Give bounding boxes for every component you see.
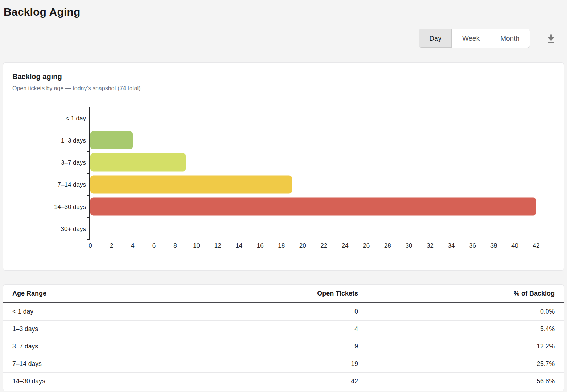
age-range-cell: 7–14 days (3, 355, 227, 373)
pct-backlog-cell: 12.2% (358, 338, 564, 355)
x-tick-label: 34 (448, 242, 455, 249)
column-header-open-tickets: Open Tickets (227, 285, 358, 303)
age-range-cell: 14–30 days (3, 373, 227, 390)
chart-subtitle: Open tickets by age — today's snapshot (… (12, 84, 555, 92)
download-button[interactable] (545, 32, 558, 45)
table-card: Age Range Open Tickets % of Backlog < 1 … (3, 284, 564, 391)
download-icon (546, 33, 556, 44)
bar-7-14-days (90, 176, 292, 194)
table-row: 7–14 days1925.7% (3, 355, 564, 373)
x-tick-label: 32 (427, 242, 434, 249)
x-tick-label: 12 (214, 242, 221, 249)
x-tick-label: 6 (152, 242, 156, 249)
x-tick-label: 22 (320, 242, 327, 249)
x-tick-label: 8 (173, 242, 177, 249)
toolbar: DayWeekMonth (3, 29, 564, 48)
open-tickets-cell: 0 (227, 303, 358, 321)
x-tick-label: 24 (342, 242, 349, 249)
chart-title: Backlog aging (12, 71, 555, 82)
x-tick-label: 28 (384, 242, 391, 249)
x-tick-label: 0 (89, 242, 92, 249)
table-row: 14–30 days4256.8% (3, 373, 564, 390)
x-tick-label: 42 (533, 242, 540, 249)
bar-14-30-days (90, 198, 536, 216)
page: Backlog Aging DayWeekMonth Backlog aging… (0, 6, 567, 391)
category-label: 7–14 days (58, 181, 86, 188)
pct-backlog-cell: 56.8% (358, 373, 564, 390)
column-header-pct-backlog: % of Backlog (358, 285, 564, 303)
open-tickets-cell: 19 (227, 355, 358, 373)
x-tick-label: 36 (469, 242, 476, 249)
pct-backlog-cell: 0.0% (358, 303, 564, 321)
period-option-month[interactable]: Month (490, 29, 530, 48)
open-tickets-cell: 9 (227, 338, 358, 355)
chart-card: Backlog aging Open tickets by age — toda… (3, 62, 564, 271)
x-tick-label: 20 (299, 242, 306, 249)
category-label: < 1 day (66, 115, 86, 122)
bar-3-7-days (90, 153, 186, 172)
page-title: Backlog Aging (4, 6, 564, 18)
age-range-cell: < 1 day (3, 303, 227, 321)
x-tick-label: 16 (257, 242, 264, 249)
period-toggle-group: DayWeekMonth (419, 29, 530, 48)
category-label: 3–7 days (61, 159, 86, 166)
table-row: 3–7 days912.2% (3, 338, 564, 355)
chart-area: < 1 day1–3 days3–7 days7–14 days14–30 da… (12, 103, 555, 257)
x-tick-label: 10 (193, 242, 200, 249)
open-tickets-cell: 42 (227, 373, 358, 390)
table-row: 1–3 days45.4% (3, 321, 564, 338)
x-tick-label: 4 (131, 242, 134, 249)
category-label: 1–3 days (61, 137, 86, 144)
table-header-row: Age Range Open Tickets % of Backlog (3, 285, 564, 303)
pct-backlog-cell: 5.4% (358, 321, 564, 338)
backlog-aging-bar-chart: < 1 day1–3 days3–7 days7–14 days14–30 da… (12, 103, 555, 256)
period-option-day[interactable]: Day (419, 29, 452, 48)
x-tick-label: 2 (110, 242, 113, 249)
x-tick-label: 40 (511, 242, 518, 249)
category-label: 30+ days (61, 226, 86, 232)
age-range-cell: 1–3 days (3, 321, 227, 338)
x-tick-label: 18 (278, 242, 285, 249)
pct-backlog-cell: 25.7% (358, 355, 564, 373)
table-row: < 1 day00.0% (3, 303, 564, 321)
x-tick-label: 26 (363, 242, 370, 249)
column-header-age-range: Age Range (3, 285, 227, 303)
x-tick-label: 30 (405, 242, 412, 249)
aging-table: Age Range Open Tickets % of Backlog < 1 … (3, 285, 564, 390)
open-tickets-cell: 4 (227, 321, 358, 338)
period-option-week[interactable]: Week (452, 29, 490, 48)
age-range-cell: 3–7 days (3, 338, 227, 355)
x-tick-label: 14 (235, 242, 242, 249)
bar-1-3-days (90, 131, 133, 149)
x-tick-label: 38 (490, 242, 497, 249)
category-label: 14–30 days (54, 203, 86, 210)
